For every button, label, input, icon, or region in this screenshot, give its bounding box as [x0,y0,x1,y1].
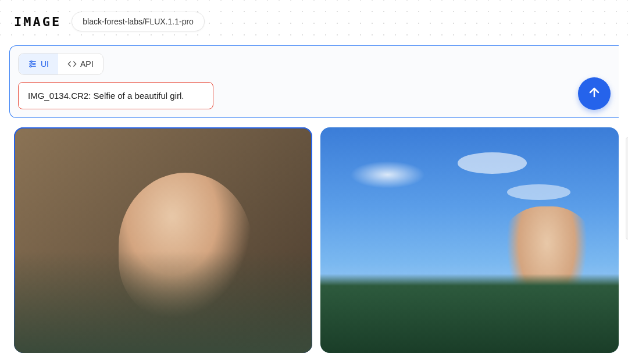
mode-tabs: UI API [18,53,104,75]
result-image[interactable] [320,127,619,353]
page-title: IMAGE [14,15,61,29]
submit-button[interactable] [578,77,611,110]
tab-api-label: API [80,59,94,69]
model-selector-chip[interactable]: black-forest-labs/FLUX.1.1-pro [72,12,205,31]
code-icon [67,59,77,69]
arrow-up-icon [587,85,601,101]
result-image[interactable] [14,127,312,353]
tab-ui[interactable]: UI [19,53,58,74]
figure-placeholder [490,206,604,353]
prompt-row [18,82,611,109]
header: IMAGE black-forest-labs/FLUX.1.1-pro [0,0,628,43]
tab-api[interactable]: API [58,53,103,74]
tab-ui-label: UI [41,59,49,69]
prompt-input[interactable] [18,82,213,109]
side-panel-peek[interactable] [626,137,628,240]
sliders-icon [28,59,37,69]
prompt-panel: UI API [9,45,619,118]
results-gallery [14,127,619,353]
svg-point-5 [30,66,31,67]
svg-point-3 [33,63,35,65]
svg-point-1 [31,61,33,63]
